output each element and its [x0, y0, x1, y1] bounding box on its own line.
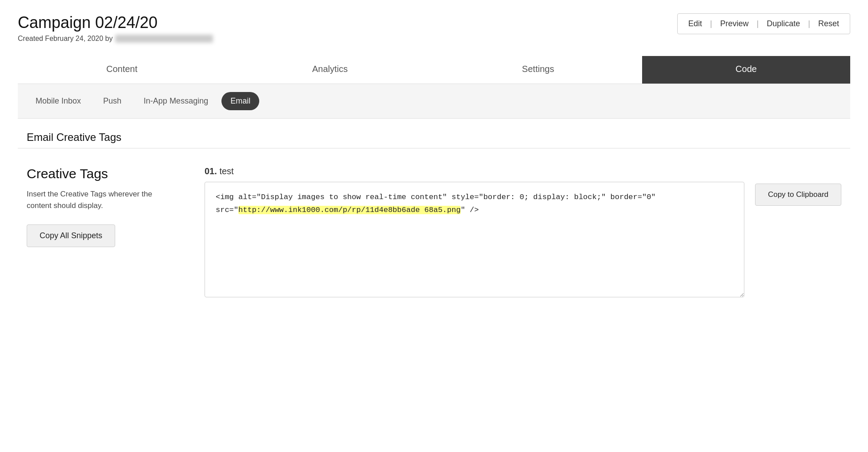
left-panel: Creative Tags Insert the Creative Tags w… [27, 166, 178, 297]
preview-button[interactable]: Preview [713, 19, 756, 28]
sep-3: | [807, 19, 811, 28]
page-wrapper: Campaign 02/24/20 Created February 24, 2… [0, 0, 868, 452]
code-plain: <img alt="Display images to show real-ti… [216, 193, 656, 214]
creative-tags-heading: Creative Tags [27, 166, 178, 181]
tab-code[interactable]: Code [642, 56, 850, 84]
tab-settings[interactable]: Settings [434, 56, 642, 84]
snippet-number: 01. [205, 166, 217, 176]
snippet-row: <img alt="Display images to show real-ti… [205, 182, 841, 297]
sep-2: | [756, 19, 760, 28]
edit-button[interactable]: Edit [688, 19, 709, 28]
creative-tags-description: Insert the Creative Tags wherever the co… [27, 188, 178, 211]
copy-all-snippets-button[interactable]: Copy All Snippets [27, 224, 115, 247]
code-url-highlight: http://www.ink1000.com/p/rp/11d4e8bb6ade… [238, 206, 461, 214]
main-tabs: Content Analytics Settings Code [18, 56, 850, 84]
created-date-text: Created February 24, 2020 by [18, 35, 113, 43]
sub-tabs: Mobile Inbox Push In-App Messaging Email [18, 84, 850, 119]
sub-tab-push[interactable]: Push [94, 92, 130, 110]
page-header: Campaign 02/24/20 Created February 24, 2… [18, 13, 850, 43]
sub-tab-email[interactable]: Email [221, 92, 259, 110]
snippet-label: 01. test [205, 166, 841, 176]
tab-analytics[interactable]: Analytics [226, 56, 434, 84]
tab-content[interactable]: Content [18, 56, 226, 84]
right-panel: 01. test <img alt="Display images to sho… [205, 166, 841, 297]
sub-tab-mobile-inbox[interactable]: Mobile Inbox [27, 92, 90, 110]
snippet-name: test [219, 166, 233, 176]
snippet-code-box[interactable]: <img alt="Display images to show real-ti… [205, 182, 744, 297]
copy-to-clipboard-button[interactable]: Copy to Clipboard [755, 184, 841, 206]
content-area: Creative Tags Insert the Creative Tags w… [18, 148, 850, 315]
page-title: Campaign 02/24/20 [18, 13, 213, 32]
created-by: Created February 24, 2020 by [18, 35, 213, 43]
sep-1: | [709, 19, 713, 28]
author-name-blurred [115, 35, 213, 43]
header-actions: Edit | Preview | Duplicate | Reset [677, 13, 850, 34]
duplicate-button[interactable]: Duplicate [760, 19, 807, 28]
header-left: Campaign 02/24/20 Created February 24, 2… [18, 13, 213, 43]
section-title: Email Creative Tags [18, 119, 850, 148]
sub-tab-in-app-messaging[interactable]: In-App Messaging [135, 92, 217, 110]
reset-button[interactable]: Reset [811, 19, 839, 28]
